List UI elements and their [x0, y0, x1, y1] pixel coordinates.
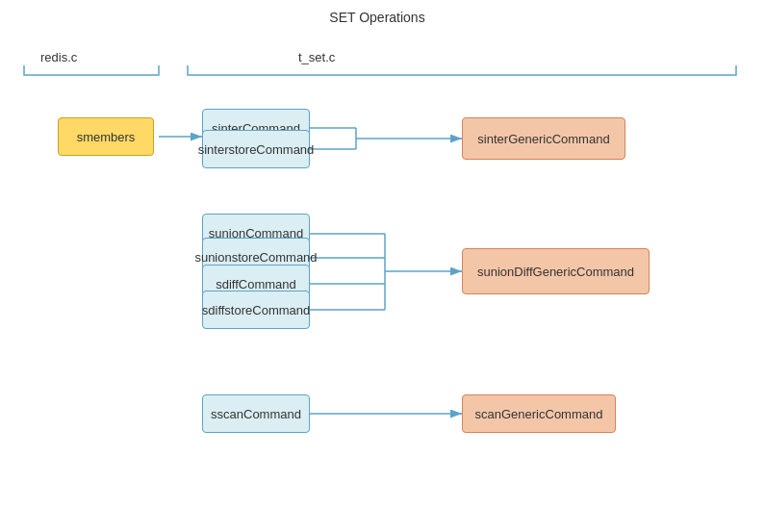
- node-scanGenericCommand: scanGenericCommand: [462, 394, 616, 433]
- diagram-svg: [0, 0, 765, 532]
- diagram-container: SET Operations redis.c t_set.c: [0, 0, 765, 532]
- node-sdiffstoreCommand: sdiffstoreCommand: [202, 291, 310, 329]
- node-sunionDiffGenericCommand: sunionDiffGenericCommand: [462, 248, 650, 294]
- page-title: SET Operations: [311, 10, 444, 25]
- node-sscanCommand: sscanCommand: [202, 394, 310, 433]
- label-tset: t_set.c: [298, 50, 335, 64]
- node-sinterstoreCommand: sinterstoreCommand: [202, 130, 310, 168]
- node-smembers: smembers: [58, 117, 154, 156]
- label-redis: redis.c: [40, 50, 77, 64]
- node-sinterGenericCommand: sinterGenericCommand: [462, 117, 625, 160]
